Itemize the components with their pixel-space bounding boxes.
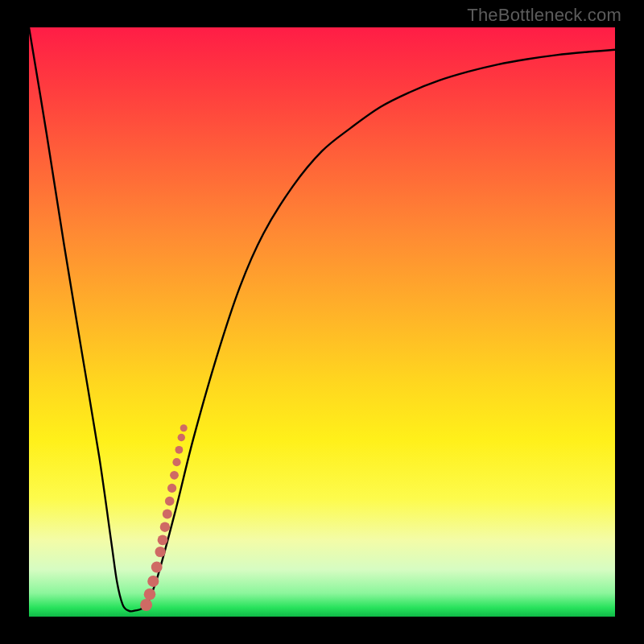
highlight-dot (172, 458, 180, 466)
highlight-dot (144, 588, 156, 601)
highlight-dot (155, 547, 166, 557)
highlight-dot (178, 434, 185, 441)
bottleneck-curve-path (29, 27, 615, 612)
highlight-dot (165, 497, 175, 506)
highlight-dot (160, 522, 170, 532)
highlight-dot (163, 510, 172, 519)
watermark-text: TheBottleneck.com (467, 5, 621, 26)
highlight-dot (151, 562, 163, 573)
plot-area (29, 27, 615, 617)
highlight-dot (140, 599, 152, 611)
highlight-dot (170, 471, 179, 480)
chart-frame: TheBottleneck.com (0, 0, 644, 644)
highlight-markers (140, 424, 188, 611)
highlight-dot (167, 484, 176, 493)
highlight-dot (147, 576, 159, 587)
chart-svg (29, 27, 615, 617)
highlight-dot (158, 535, 168, 545)
highlight-dot (180, 424, 188, 431)
highlight-dot (175, 446, 184, 454)
